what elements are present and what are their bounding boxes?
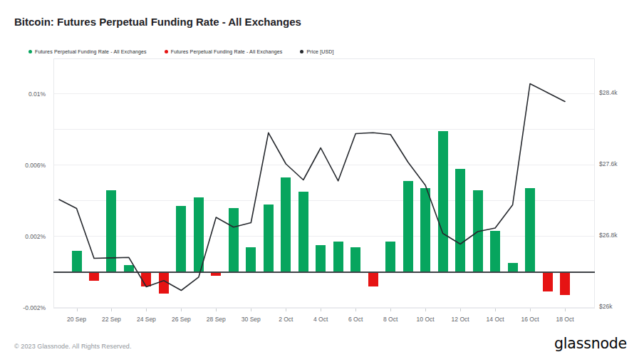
x-axis-label: 8 Oct bbox=[373, 316, 408, 323]
funding-bar bbox=[455, 169, 465, 272]
funding-bar bbox=[403, 181, 413, 272]
x-axis-label: 2 Oct bbox=[268, 316, 303, 323]
x-axis-label: 24 Sep bbox=[128, 316, 164, 323]
zero-axis-line bbox=[53, 272, 595, 273]
x-axis-label: 6 Oct bbox=[338, 316, 373, 323]
x-axis-label: 18 Oct bbox=[547, 316, 583, 323]
x-axis-label: 26 Sep bbox=[163, 316, 199, 323]
x-axis-label: 22 Sep bbox=[93, 316, 129, 323]
y-axis-label-left: 0.002% bbox=[13, 233, 46, 240]
funding-bar bbox=[106, 190, 116, 272]
x-axis-tick-mark bbox=[251, 309, 251, 311]
funding-bar bbox=[298, 192, 308, 272]
x-axis-label: 30 Sep bbox=[233, 316, 269, 323]
x-axis-tick-mark bbox=[321, 309, 321, 311]
x-axis-label: 20 Sep bbox=[59, 316, 95, 323]
gridline bbox=[54, 129, 594, 130]
funding-bar bbox=[350, 247, 360, 272]
funding-bar bbox=[385, 242, 395, 272]
funding-bar bbox=[438, 131, 448, 272]
gridline bbox=[54, 200, 594, 201]
funding-bar bbox=[264, 205, 274, 272]
funding-bar bbox=[229, 208, 239, 272]
y-axis-label-right: $26k bbox=[599, 303, 632, 310]
x-axis-tick-mark bbox=[286, 309, 286, 311]
y-axis-label-left: 0.01% bbox=[13, 90, 46, 98]
funding-bar bbox=[89, 272, 99, 281]
x-axis-label: 12 Oct bbox=[442, 316, 478, 323]
gridline bbox=[54, 236, 594, 237]
funding-bar bbox=[333, 242, 343, 272]
funding-bar bbox=[525, 188, 535, 272]
x-axis-tick-mark bbox=[181, 309, 182, 311]
x-axis-label: 10 Oct bbox=[407, 316, 443, 323]
y-axis-label-right: $27.6k bbox=[599, 160, 632, 167]
funding-bar bbox=[368, 272, 378, 286]
funding-bar bbox=[473, 190, 483, 272]
x-axis-label: 4 Oct bbox=[303, 316, 338, 323]
funding-bar bbox=[420, 188, 430, 272]
funding-bar bbox=[316, 245, 326, 272]
gridline bbox=[54, 165, 594, 165]
x-axis-tick-mark bbox=[390, 309, 391, 311]
funding-bar bbox=[141, 272, 151, 286]
copyright-text: © 2023 Glassnode. All Rights Reserved. bbox=[14, 343, 132, 350]
funding-bar bbox=[194, 197, 204, 272]
x-axis-tick-mark bbox=[146, 309, 147, 311]
funding-bar bbox=[490, 231, 500, 272]
chart-panel: Bitcoin: Futures Perpetual Funding Rate … bbox=[0, 0, 644, 362]
x-axis-tick-mark bbox=[530, 309, 531, 311]
y-axis-label-right: $26.8k bbox=[599, 232, 632, 239]
funding-bar bbox=[560, 272, 570, 296]
y-axis-label-right: $28.4k bbox=[599, 89, 632, 96]
x-axis-tick-mark bbox=[355, 309, 356, 311]
x-axis-tick-mark bbox=[77, 309, 78, 311]
funding-bar bbox=[72, 251, 82, 272]
funding-bar bbox=[176, 206, 186, 272]
x-axis-tick-mark bbox=[460, 309, 461, 311]
x-axis-tick-mark bbox=[565, 309, 566, 311]
plot-area: 0.01%0.006%0.002%-0.002%$28.4k$27.6k$26.… bbox=[0, 0, 644, 362]
x-axis-tick-mark bbox=[216, 309, 217, 311]
x-axis-tick-mark bbox=[111, 309, 112, 311]
x-axis-label: 16 Oct bbox=[512, 316, 548, 323]
gridline bbox=[54, 307, 594, 308]
x-axis-tick-mark bbox=[495, 309, 496, 311]
funding-bar bbox=[246, 247, 256, 272]
x-axis-label: 28 Sep bbox=[198, 316, 234, 323]
gridline bbox=[54, 93, 594, 94]
funding-bar bbox=[159, 272, 169, 294]
y-axis-label-left: 0.006% bbox=[13, 162, 46, 169]
y-axis-label-left: -0.002% bbox=[13, 304, 46, 311]
x-axis-tick-mark bbox=[425, 309, 426, 311]
glassnode-logo: glassnode bbox=[554, 335, 627, 352]
funding-bar bbox=[543, 272, 553, 292]
funding-bar bbox=[281, 177, 291, 272]
x-axis-label: 14 Oct bbox=[477, 316, 513, 323]
